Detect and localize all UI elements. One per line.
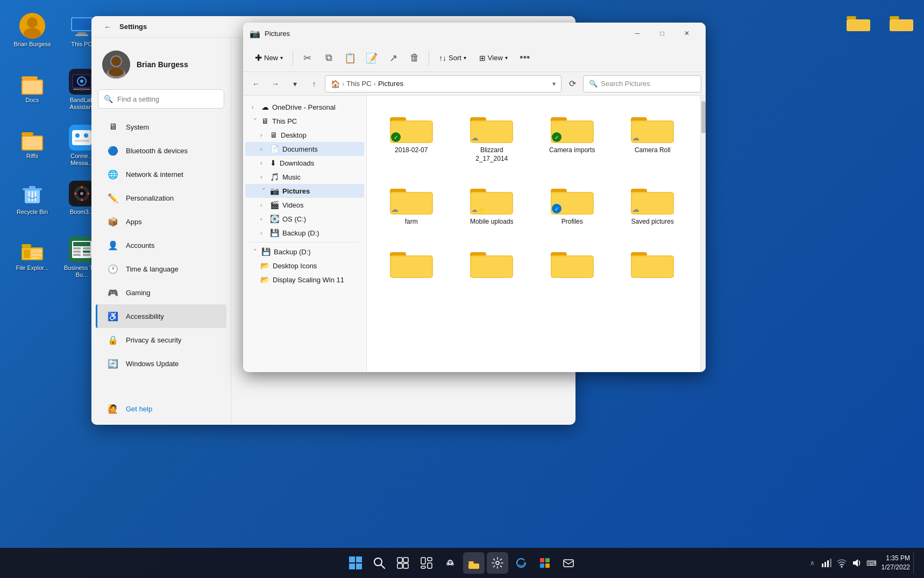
fe-recent-locations-button[interactable]: ▾ bbox=[286, 75, 303, 92]
fe-sort-chevron: ▾ bbox=[464, 55, 466, 61]
fe-sidebar-desktop[interactable]: › 🖥 Desktop bbox=[245, 128, 364, 142]
taskbar-edge-button[interactable] bbox=[510, 552, 532, 574]
desktop-icon-recyclebin[interactable]: Recycle Bin bbox=[11, 179, 54, 232]
give-feedback-link[interactable]: 📝 Give feedback bbox=[96, 420, 226, 425]
sidebar-item-windows-update[interactable]: 🔄 Windows Update bbox=[96, 352, 226, 375]
fe-paste-button[interactable]: 📋 bbox=[340, 48, 360, 68]
sidebar-item-system[interactable]: 🖥 System bbox=[96, 115, 226, 139]
desktop-icon-folder-right2[interactable] bbox=[880, 5, 923, 35]
fe-up-button[interactable]: ↑ bbox=[305, 75, 323, 92]
fe-folder-extra2[interactable] bbox=[454, 237, 530, 288]
fe-address-box[interactable]: 🏠 › This PC › Pictures ▾ bbox=[325, 75, 561, 92]
taskbar-chevron-button[interactable]: ∧ bbox=[807, 558, 818, 568]
fe-folder-farm[interactable]: ☁ farm bbox=[373, 174, 450, 233]
svg-rect-55 bbox=[847, 19, 870, 31]
fe-close-button[interactable]: ✕ bbox=[674, 23, 699, 44]
desktop-icon-docs[interactable]: Docs bbox=[11, 67, 54, 120]
fe-sidebar-backupd-sub[interactable]: › 💾 Backup (D:) bbox=[245, 226, 364, 240]
settings-search-input[interactable] bbox=[117, 95, 218, 103]
taskbar-clock[interactable]: 1:35 PM 1/27/2022 bbox=[882, 554, 910, 572]
settings-search-box[interactable]: 🔍 bbox=[98, 89, 224, 109]
sidebar-item-accounts[interactable]: 👤 Accounts bbox=[96, 233, 226, 257]
fe-sidebar-pictures[interactable]: › 📷 Pictures bbox=[245, 184, 364, 198]
fe-folder-blizzard-badge: ☁ bbox=[471, 133, 479, 142]
fe-back-button[interactable]: ← bbox=[247, 75, 265, 92]
fe-refresh-button[interactable]: ⟳ bbox=[564, 75, 581, 92]
settings-back-button[interactable]: ← bbox=[100, 19, 115, 34]
fe-sidebar-desktopicons[interactable]: 📂 Desktop Icons bbox=[245, 259, 364, 273]
fe-sidebar-displayscaling-label: Display Scaling Win 11 bbox=[273, 276, 344, 284]
sidebar-item-personalization[interactable]: ✏️ Personalization bbox=[96, 186, 226, 210]
settings-user-section[interactable]: Brian Burgess bbox=[91, 44, 231, 89]
fe-cut-button[interactable]: ✂ bbox=[297, 48, 317, 68]
fe-folder-profiles[interactable]: ✓ Profiles bbox=[534, 174, 610, 233]
fe-folder-cameraroll[interactable]: ☁ Camera Roll bbox=[615, 102, 691, 169]
desktop-icon-fileexplorer[interactable]: File Explor... bbox=[11, 234, 54, 281]
settings-search-icon: 🔍 bbox=[104, 95, 113, 103]
fe-rename-button[interactable]: 📝 bbox=[362, 48, 381, 68]
taskbar-start-button[interactable] bbox=[345, 552, 366, 574]
fe-maximize-button[interactable]: □ bbox=[650, 23, 674, 44]
fe-folder-savedpictures-icon: ☁ bbox=[631, 180, 674, 215]
fe-folder-mobileuploads[interactable]: ☁⚡ Mobile uploads bbox=[454, 174, 530, 233]
sidebar-item-bluetooth[interactable]: 🔵 Bluetooth & devices bbox=[96, 139, 226, 162]
taskbar-store-button[interactable] bbox=[534, 552, 556, 574]
taskbar-network-icon[interactable] bbox=[820, 556, 833, 569]
fe-new-button[interactable]: ✚ New ▾ bbox=[250, 49, 288, 66]
taskbar-mail-button[interactable] bbox=[558, 552, 579, 574]
fe-delete-button[interactable]: 🗑 bbox=[405, 48, 424, 68]
fe-sidebar-thispc[interactable]: › 🖥 This PC bbox=[245, 114, 364, 128]
fe-folder-extra4[interactable] bbox=[615, 237, 691, 288]
taskbar-wifi-icon[interactable] bbox=[835, 556, 848, 569]
fe-sidebar-documents-label: Documents bbox=[282, 145, 318, 153]
fe-sidebar-desktopicons-label: Desktop Icons bbox=[273, 262, 317, 270]
fe-sidebar-onedrive[interactable]: › ☁ OneDrive - Personal bbox=[245, 100, 364, 114]
fe-more-button[interactable]: ••• bbox=[515, 48, 535, 68]
fe-scrollbar[interactable] bbox=[700, 96, 706, 372]
fe-forward-button[interactable]: → bbox=[267, 75, 284, 92]
fe-search-box[interactable]: 🔍 Search Pictures bbox=[583, 75, 701, 92]
fe-folder-2018[interactable]: ✓ 2018-02-07 bbox=[373, 102, 450, 169]
fe-sort-button[interactable]: ↑↓ Sort ▾ bbox=[433, 51, 472, 66]
svg-point-37 bbox=[87, 192, 89, 195]
sidebar-item-privacy[interactable]: 🔒 Privacy & security bbox=[96, 328, 226, 352]
fe-folder-cameraimports[interactable]: ✓ Camera imports bbox=[534, 102, 610, 169]
taskbar-fileexplorer-button[interactable] bbox=[463, 552, 485, 574]
fe-folder-mobileuploads-name: Mobile uploads bbox=[470, 218, 514, 226]
privacy-icon: 🔒 bbox=[106, 333, 119, 346]
sidebar-item-time[interactable]: 🕐 Time & language bbox=[96, 257, 226, 281]
sidebar-item-accessibility[interactable]: ♿ Accessibility bbox=[96, 304, 226, 328]
taskbar-volume-icon[interactable] bbox=[850, 556, 863, 569]
fe-copy-button[interactable]: ⧉ bbox=[319, 48, 338, 68]
fe-folder-blizzard[interactable]: ☁ Blizzard 2_17_2014 bbox=[454, 102, 530, 169]
fe-sidebar-downloads[interactable]: › ⬇ Downloads bbox=[245, 156, 364, 170]
desktop-icon-brian[interactable]: Brian Burgess bbox=[11, 11, 54, 65]
sidebar-item-network[interactable]: 🌐 Network & internet bbox=[96, 162, 226, 186]
taskbar-settings-button[interactable] bbox=[487, 552, 508, 574]
sidebar-item-apps[interactable]: 📦 Apps bbox=[96, 210, 226, 233]
fe-minimize-button[interactable]: ─ bbox=[625, 23, 650, 44]
fe-sidebar-backupd[interactable]: › 💾 Backup (D:) bbox=[245, 245, 364, 259]
fe-view-button[interactable]: ⊞ View ▾ bbox=[474, 51, 513, 66]
desktop-icon-riffs[interactable]: Riffs bbox=[11, 123, 54, 176]
taskbar-keyboard-icon[interactable]: ⌨ bbox=[865, 556, 878, 569]
fe-folder-extra1[interactable] bbox=[373, 237, 450, 288]
taskbar-chat-button[interactable] bbox=[439, 552, 461, 574]
fe-videos-icon: 🎬 bbox=[270, 201, 279, 209]
fe-scrollbar-thumb[interactable] bbox=[701, 101, 706, 133]
desktop-icon-folder-right1[interactable] bbox=[837, 5, 880, 35]
fe-sidebar-videos[interactable]: › 🎬 Videos bbox=[245, 198, 364, 212]
taskbar-search-button[interactable] bbox=[368, 552, 390, 574]
fe-folder-extra3[interactable] bbox=[534, 237, 610, 288]
fe-sidebar-displayscaling[interactable]: 📂 Display Scaling Win 11 bbox=[245, 273, 364, 287]
taskbar-widgets-button[interactable] bbox=[416, 552, 437, 574]
sidebar-item-gaming[interactable]: 🎮 Gaming bbox=[96, 281, 226, 304]
fe-folder-savedpictures[interactable]: ☁ Saved pictures bbox=[615, 174, 691, 233]
fe-share-button[interactable]: ↗ bbox=[383, 48, 403, 68]
fe-sidebar-documents[interactable]: › 📄 Documents bbox=[245, 142, 364, 156]
fe-sidebar-music[interactable]: › 🎵 Music bbox=[245, 170, 364, 184]
taskbar-show-desktop-button[interactable] bbox=[913, 552, 918, 574]
fe-sidebar-osc[interactable]: › 💽 OS (C:) bbox=[245, 212, 364, 226]
taskbar-taskview-button[interactable] bbox=[392, 552, 414, 574]
get-help-link[interactable]: 🙋 Get help bbox=[96, 397, 226, 420]
